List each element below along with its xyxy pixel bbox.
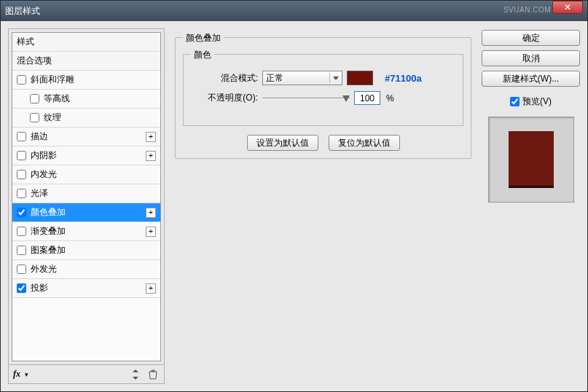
group-title: 颜色叠加 bbox=[183, 32, 224, 44]
blend-mode-dropdown[interactable]: 正常 bbox=[262, 71, 342, 85]
style-checkbox[interactable] bbox=[17, 170, 26, 179]
preview-label: 预览(V) bbox=[522, 95, 552, 108]
color-group: 颜色 混合模式: 正常 #71100a 不透明度(O): bbox=[183, 54, 463, 126]
titlebar[interactable]: 图层样式 SVUAN.COM ✕ bbox=[1, 1, 587, 21]
blend-mode-value: 正常 bbox=[266, 72, 283, 85]
style-item-label: 纹理 bbox=[44, 111, 61, 124]
style-item-label: 内发光 bbox=[31, 168, 57, 181]
opacity-label: 不透明度(O): bbox=[191, 92, 258, 104]
style-checkbox[interactable] bbox=[17, 208, 26, 217]
add-effect-icon[interactable]: + bbox=[146, 227, 156, 237]
default-buttons-row: 设置为默认值 复位为默认值 bbox=[183, 135, 463, 151]
style-checkbox[interactable] bbox=[17, 189, 26, 198]
preview-swatch bbox=[509, 131, 554, 188]
style-checkbox[interactable] bbox=[17, 283, 26, 293]
watermark: SVUAN.COM bbox=[503, 6, 551, 14]
style-item-3[interactable]: 描边+ bbox=[12, 128, 160, 146]
opacity-input[interactable] bbox=[354, 91, 380, 105]
close-button[interactable]: ✕ bbox=[552, 1, 583, 14]
opacity-row: 不透明度(O): % bbox=[191, 91, 455, 105]
fx-icon[interactable]: fx bbox=[13, 369, 20, 380]
action-panel: 确定 取消 新建样式(W)... 预览(V) bbox=[482, 28, 580, 384]
trash-icon[interactable] bbox=[146, 368, 160, 381]
preview-box bbox=[488, 117, 574, 203]
style-item-label: 描边 bbox=[31, 130, 48, 143]
color-group-title: 颜色 bbox=[191, 49, 214, 61]
new-style-button[interactable]: 新建样式(W)... bbox=[482, 71, 580, 87]
style-item-5[interactable]: 内发光 bbox=[12, 165, 160, 184]
styles-panel: 样式 混合选项 斜面和浮雕等高线纹理描边+内阴影+内发光光泽颜色叠加+渐变叠加+… bbox=[8, 28, 165, 384]
styles-header[interactable]: 样式 bbox=[12, 33, 160, 52]
add-effect-icon[interactable]: + bbox=[146, 132, 156, 142]
style-item-label: 渐变叠加 bbox=[31, 225, 66, 238]
preview-checkbox[interactable] bbox=[510, 97, 520, 106]
style-item-11[interactable]: 投影+ bbox=[12, 279, 160, 298]
style-item-10[interactable]: 外发光 bbox=[12, 260, 160, 279]
style-item-label: 斜面和浮雕 bbox=[31, 74, 74, 86]
style-checkbox[interactable] bbox=[17, 151, 26, 160]
cancel-button[interactable]: 取消 bbox=[482, 50, 580, 66]
style-item-2[interactable]: 纹理 bbox=[12, 109, 160, 128]
style-checkbox[interactable] bbox=[30, 94, 39, 103]
percent-label: % bbox=[386, 93, 394, 103]
style-item-label: 光泽 bbox=[31, 187, 48, 200]
ok-button[interactable]: 确定 bbox=[482, 30, 580, 46]
style-checkbox[interactable] bbox=[17, 132, 26, 141]
add-effect-icon[interactable]: + bbox=[146, 283, 156, 294]
style-item-label: 等高线 bbox=[44, 93, 70, 105]
blend-mode-label: 混合模式: bbox=[191, 72, 258, 85]
set-default-button[interactable]: 设置为默认值 bbox=[247, 135, 318, 151]
style-item-4[interactable]: 内阴影+ bbox=[12, 146, 160, 165]
color-hex-label: #71100a bbox=[385, 73, 422, 84]
style-checkbox[interactable] bbox=[30, 113, 39, 122]
close-icon: ✕ bbox=[564, 2, 571, 12]
style-item-label: 图案叠加 bbox=[31, 244, 66, 256]
style-item-label: 颜色叠加 bbox=[31, 206, 66, 219]
fx-dropdown-icon[interactable]: ▾ bbox=[25, 371, 28, 378]
style-item-label: 投影 bbox=[31, 282, 48, 294]
style-item-7[interactable]: 颜色叠加+ bbox=[12, 203, 160, 222]
layer-style-dialog: 图层样式 SVUAN.COM ✕ 样式 混合选项 斜面和浮雕等高线纹理描边+内阴… bbox=[0, 0, 588, 392]
style-checkbox[interactable] bbox=[17, 75, 26, 85]
style-checkbox[interactable] bbox=[17, 264, 26, 274]
styles-footer: fx ▾ bbox=[9, 364, 164, 383]
style-item-6[interactable]: 光泽 bbox=[12, 184, 160, 203]
dialog-content: 样式 混合选项 斜面和浮雕等高线纹理描边+内阴影+内发光光泽颜色叠加+渐变叠加+… bbox=[1, 21, 587, 391]
styles-list[interactable]: 样式 混合选项 斜面和浮雕等高线纹理描边+内阴影+内发光光泽颜色叠加+渐变叠加+… bbox=[12, 32, 161, 361]
style-checkbox[interactable] bbox=[17, 246, 26, 255]
preview-toggle[interactable]: 预览(V) bbox=[482, 95, 580, 108]
up-down-icon[interactable] bbox=[129, 368, 142, 381]
color-overlay-group: 颜色叠加 颜色 混合模式: 正常 #71100a 不透明度(O): bbox=[175, 37, 471, 159]
blend-options-label: 混合选项 bbox=[17, 55, 52, 67]
style-item-1[interactable]: 等高线 bbox=[12, 90, 160, 109]
opacity-slider[interactable] bbox=[262, 93, 350, 103]
styles-header-label: 样式 bbox=[17, 36, 34, 48]
style-item-label: 外发光 bbox=[31, 263, 57, 275]
style-checkbox[interactable] bbox=[17, 227, 26, 236]
style-item-9[interactable]: 图案叠加 bbox=[12, 241, 160, 260]
reset-default-button[interactable]: 复位为默认值 bbox=[329, 135, 400, 151]
blend-mode-row: 混合模式: 正常 #71100a bbox=[191, 71, 455, 85]
window-title: 图层样式 bbox=[5, 5, 583, 17]
blend-options-header[interactable]: 混合选项 bbox=[12, 52, 160, 71]
add-effect-icon[interactable]: + bbox=[146, 208, 156, 218]
add-effect-icon[interactable]: + bbox=[146, 151, 156, 161]
style-item-8[interactable]: 渐变叠加+ bbox=[12, 222, 160, 241]
style-item-0[interactable]: 斜面和浮雕 bbox=[12, 71, 160, 90]
style-item-label: 内阴影 bbox=[31, 149, 57, 162]
color-swatch[interactable] bbox=[347, 71, 373, 85]
slider-thumb-icon[interactable] bbox=[342, 95, 350, 102]
settings-panel: 颜色叠加 颜色 混合模式: 正常 #71100a 不透明度(O): bbox=[170, 28, 476, 384]
